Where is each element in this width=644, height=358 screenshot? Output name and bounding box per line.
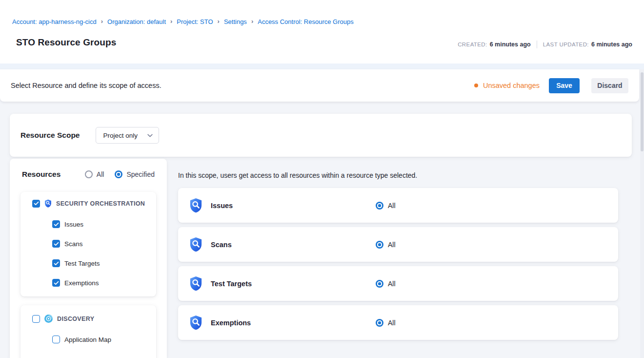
resource-scope-label: Resource Scope (20, 131, 80, 140)
resource-card-issues: Issues All (178, 188, 618, 223)
sto-shield-icon (44, 199, 52, 208)
tree-item-label: Scans (64, 240, 83, 248)
chevron-right-icon: › (251, 18, 253, 25)
radio-specified-control[interactable] (115, 170, 122, 178)
created-label: CREATED: (458, 42, 487, 47)
access-option-all[interactable]: All (376, 280, 396, 288)
breadcrumb-project[interactable]: Project: STO (177, 18, 213, 25)
radio-all-control[interactable] (85, 170, 93, 178)
chevron-right-icon: › (170, 18, 172, 25)
radio-all-control[interactable] (376, 241, 383, 249)
breadcrumb-access-control[interactable]: Access Control: Resource Groups (258, 18, 354, 25)
tree-item-exemptions: Exemptions (20, 273, 156, 293)
access-option-all[interactable]: All (376, 202, 396, 210)
group-header-row: DISCOVERY (20, 308, 156, 330)
resource-scope-dropdown[interactable]: Project only (96, 127, 159, 144)
checkbox-discovery[interactable] (32, 315, 40, 323)
radio-all-label: All (388, 202, 396, 210)
radio-option-all[interactable]: All (85, 170, 104, 178)
unsaved-changes-label: Unsaved changes (483, 82, 540, 89)
breadcrumb: Account: app-harness-ng-cicd › Organizat… (12, 18, 354, 25)
resource-group-discovery: DISCOVERY Application Map (20, 305, 156, 358)
tree-item-issues: Issues (20, 214, 156, 234)
header-meta: CREATED: 6 minutes ago LAST UPDATED: 6 m… (458, 41, 632, 48)
meta-divider (537, 41, 537, 48)
access-option-all[interactable]: All (376, 319, 396, 327)
resource-scope-card: Resource Scope Project only (10, 114, 632, 157)
scope-description: In this scope, users get access to all r… (178, 171, 417, 179)
radio-option-specified[interactable]: Specified (115, 170, 155, 178)
breadcrumb-settings[interactable]: Settings (224, 18, 247, 25)
group-label: DISCOVERY (57, 316, 94, 322)
tree-item-label: Application Map (64, 336, 111, 343)
checkbox-issues[interactable] (52, 220, 60, 228)
sto-shield-icon (189, 198, 202, 213)
radio-all-label: All (388, 319, 396, 327)
checkbox-security-orchestration[interactable] (32, 200, 40, 208)
radio-all-label: All (388, 280, 396, 288)
breadcrumb-organization[interactable]: Organization: default (107, 18, 166, 25)
discovery-target-icon (44, 315, 53, 323)
radio-all-label: All (97, 170, 104, 178)
created-value: 6 minutes ago (490, 41, 531, 48)
resources-title: Resources (22, 170, 60, 179)
chevron-right-icon: › (218, 18, 220, 25)
radio-all-control[interactable] (376, 319, 383, 327)
resource-card-label: Test Targets (211, 280, 376, 288)
header-divider-band (0, 63, 644, 69)
tree-item-label: Issues (64, 221, 83, 228)
vertical-scrollbar-thumb[interactable] (641, 72, 644, 151)
resource-card-test-targets: Test Targets All (178, 266, 618, 301)
tree-item-application-map: Application Map (20, 330, 156, 349)
group-label: SECURITY ORCHESTRATION (56, 200, 145, 207)
tree-item-label: Test Targets (64, 260, 100, 267)
toolbar-description: Select Resource and define its scope of … (11, 82, 161, 89)
sto-shield-icon (189, 315, 202, 330)
resource-card-label: Scans (211, 241, 376, 249)
resource-group-security-orchestration: SECURITY ORCHESTRATION Issues Scans Test… (20, 192, 156, 296)
resources-panel-header: Resources All Specified (10, 159, 167, 179)
resource-card-label: Issues (211, 202, 376, 210)
chevron-right-icon: › (101, 18, 103, 25)
checkbox-scans[interactable] (52, 240, 60, 248)
resource-card-exemptions: Exemptions All (178, 305, 618, 340)
tree-item-label: Exemptions (64, 279, 99, 287)
page-title: STO Resource Groups (16, 37, 116, 48)
radio-all-control[interactable] (376, 202, 383, 210)
sto-shield-icon (189, 237, 202, 252)
unsaved-dot-icon (474, 84, 478, 87)
checkbox-test-targets[interactable] (52, 259, 60, 267)
last-updated-label: LAST UPDATED: (543, 42, 589, 47)
resource-scope-selected-value: Project only (103, 132, 138, 139)
unsaved-changes-indicator: Unsaved changes (474, 82, 540, 89)
resource-card-scans: Scans All (178, 227, 618, 262)
save-button[interactable]: Save (549, 78, 580, 93)
resources-panel: Resources All Specified SECURITY ORCHEST… (10, 159, 167, 358)
discard-button[interactable]: Discard (591, 78, 628, 93)
breadcrumb-account[interactable]: Account: app-harness-ng-cicd (12, 18, 97, 25)
access-option-all[interactable]: All (376, 241, 396, 249)
page-header: Account: app-harness-ng-cicd › Organizat… (0, 0, 644, 63)
radio-all-control[interactable] (376, 280, 383, 288)
radio-all-label: All (388, 241, 396, 249)
radio-specified-label: Specified (126, 170, 155, 178)
tree-item-test-targets: Test Targets (20, 253, 156, 273)
chevron-down-icon (147, 134, 153, 137)
checkbox-application-map[interactable] (52, 336, 60, 343)
sto-shield-icon (189, 276, 202, 291)
tree-item-scans: Scans (20, 234, 156, 253)
checkbox-exemptions[interactable] (52, 279, 60, 287)
resource-card-label: Exemptions (211, 319, 376, 327)
last-updated-value: 6 minutes ago (591, 41, 632, 48)
group-header-row: SECURITY ORCHESTRATION (20, 192, 156, 214)
action-toolbar: Select Resource and define its scope of … (0, 69, 639, 102)
